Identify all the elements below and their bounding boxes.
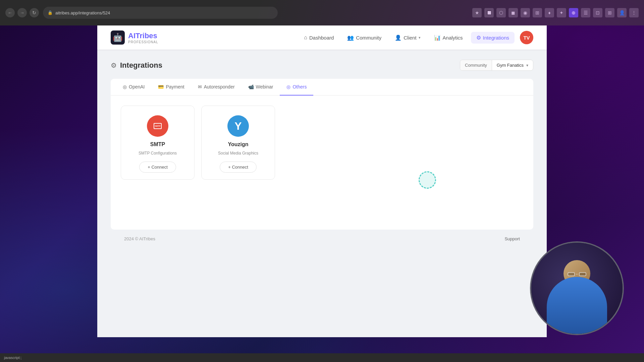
person-body bbox=[547, 277, 607, 334]
lock-icon: 🔒 bbox=[48, 10, 53, 15]
nav-label-client: Client bbox=[404, 35, 416, 41]
refresh-button[interactable]: ↻ bbox=[30, 8, 39, 17]
tab-label-others: Others bbox=[292, 84, 307, 89]
logo-suffix: Tribes bbox=[136, 32, 157, 40]
top-navigation: 🤖 AITribes PROFESSIONAL ⌂ Dashboard 👥 Co… bbox=[97, 25, 547, 50]
status-bar: javascript:; bbox=[0, 353, 644, 362]
back-button[interactable]: ← bbox=[5, 8, 15, 17]
footer: 2024 © AITribes Support bbox=[111, 230, 533, 248]
integration-card-smtp: SMTP SMTP Configurations + Connect bbox=[121, 106, 195, 180]
glasses bbox=[568, 272, 586, 276]
browser-chrome: ← → ↻ 🔒 aitribes.app/integrations/524 ★ … bbox=[0, 0, 644, 25]
logo-highlight: AI bbox=[128, 32, 136, 40]
browser-tool-1[interactable]: ★ bbox=[472, 8, 482, 17]
tabs-and-content: ◎ OpenAI 💳 Payment ✉ Autoresponder 📹 Web… bbox=[111, 79, 533, 230]
tabs-container: ◎ OpenAI 💳 Payment ✉ Autoresponder 📹 Web… bbox=[111, 79, 533, 96]
smtp-logo bbox=[147, 115, 168, 137]
tab-autoresponder[interactable]: ✉ Autoresponder bbox=[191, 79, 241, 96]
smtp-connect-button[interactable]: + Connect bbox=[139, 162, 176, 173]
nav-label-integrations: Integrations bbox=[483, 35, 509, 41]
browser-tool-active[interactable]: ⊕ bbox=[569, 8, 578, 17]
dashboard-icon: ⌂ bbox=[304, 35, 307, 41]
browser-tool-8[interactable]: ✦ bbox=[557, 8, 566, 17]
footer-copyright: 2024 © AITribes bbox=[124, 236, 155, 241]
tab-label-openai: OpenAI bbox=[129, 84, 145, 89]
community-chevron-icon: ▾ bbox=[526, 63, 528, 68]
smtp-connect-label: + Connect bbox=[148, 165, 168, 170]
browser-tool-5[interactable]: ◉ bbox=[521, 8, 530, 17]
glasses-right bbox=[579, 272, 586, 276]
nav-label-community: Community bbox=[356, 35, 381, 41]
autoresponder-tab-icon: ✉ bbox=[198, 84, 202, 89]
youzign-connect-button[interactable]: + Connect bbox=[220, 162, 257, 173]
browser-tool-11[interactable]: ⊞ bbox=[605, 8, 614, 17]
status-text: javascript:; bbox=[4, 356, 22, 360]
nav-item-dashboard[interactable]: ⌂ Dashboard bbox=[299, 32, 339, 43]
video-overlay-inner bbox=[531, 243, 623, 334]
integrations-icon: ⚙ bbox=[476, 35, 481, 41]
tab-openai[interactable]: ◎ OpenAI bbox=[116, 79, 151, 96]
page-title-icon: ⚙ bbox=[111, 61, 117, 69]
youzign-name: Youzign bbox=[228, 141, 248, 147]
browser-tool-9[interactable]: ☰ bbox=[581, 8, 590, 17]
logo-area[interactable]: 🤖 AITribes PROFESSIONAL bbox=[111, 31, 158, 45]
footer-support-link[interactable]: Support bbox=[504, 236, 520, 241]
smtp-box-icon bbox=[154, 123, 162, 129]
tab-label-autoresponder: Autoresponder bbox=[204, 84, 235, 89]
tab-label-webinar: Webinar bbox=[256, 84, 273, 89]
payment-tab-icon: 💳 bbox=[158, 84, 164, 89]
youzign-connect-label: + Connect bbox=[228, 165, 248, 170]
nav-label-dashboard: Dashboard bbox=[309, 35, 334, 41]
nav-items: ⌂ Dashboard 👥 Community 👤 Client ▾ 📊 Ana… bbox=[299, 31, 533, 44]
nav-item-community[interactable]: 👥 Community bbox=[342, 32, 387, 44]
others-tab-icon: ◎ bbox=[286, 84, 290, 89]
analytics-icon: 📊 bbox=[434, 35, 441, 41]
client-icon: 👤 bbox=[395, 35, 401, 41]
user-avatar[interactable]: TV bbox=[520, 31, 533, 44]
smtp-icon bbox=[154, 123, 162, 129]
nav-label-analytics: Analytics bbox=[443, 35, 463, 41]
smtp-name: SMTP bbox=[150, 141, 165, 147]
tab-webinar[interactable]: 📹 Webinar bbox=[241, 79, 280, 96]
browser-toolbar: ★ 🔲 ⬡ ◼ ◉ ⊞ ♦ ✦ ⊕ ☰ ⊡ ⊞ 👤 ⋮ bbox=[472, 8, 639, 17]
community-selector-label: Community bbox=[460, 60, 492, 70]
browser-tool-7[interactable]: ♦ bbox=[545, 8, 554, 17]
youzign-description: Social Media Graphics bbox=[218, 151, 258, 156]
logo-subtitle: PROFESSIONAL bbox=[128, 40, 158, 44]
nav-item-client[interactable]: 👤 Client ▾ bbox=[389, 32, 426, 44]
browser-tool-2[interactable]: 🔲 bbox=[484, 8, 494, 17]
logo-text: AITribes PROFESSIONAL bbox=[128, 32, 158, 44]
webinar-tab-icon: 📹 bbox=[248, 84, 254, 89]
community-selector-value[interactable]: Gym Fanatics ▾ bbox=[492, 60, 533, 70]
browser-nav-buttons: ← → ↻ bbox=[5, 8, 39, 17]
community-value-text: Gym Fanatics bbox=[497, 63, 524, 68]
page-header: ⚙ Integrations Community Gym Fanatics ▾ bbox=[111, 60, 533, 71]
client-chevron-icon: ▾ bbox=[419, 36, 421, 40]
nav-item-analytics[interactable]: 📊 Analytics bbox=[429, 32, 468, 44]
youzign-logo: Y bbox=[227, 115, 249, 137]
tab-payment[interactable]: 💳 Payment bbox=[151, 79, 191, 96]
integration-card-youzign: Y Youzign Social Media Graphics + Connec… bbox=[201, 106, 275, 180]
browser-tool-3[interactable]: ⬡ bbox=[496, 8, 506, 17]
page-content: ⚙ Integrations Community Gym Fanatics ▾ … bbox=[97, 50, 547, 258]
community-icon: 👥 bbox=[347, 35, 354, 41]
tab-others[interactable]: ◎ Others bbox=[280, 79, 313, 96]
page-title-area: ⚙ Integrations bbox=[111, 61, 162, 70]
tab-label-payment: Payment bbox=[166, 84, 184, 89]
nav-item-integrations[interactable]: ⚙ Integrations bbox=[471, 32, 515, 44]
address-bar[interactable]: 🔒 aitribes.app/integrations/524 bbox=[43, 7, 278, 19]
user-profile-icon[interactable]: 👤 bbox=[617, 8, 627, 17]
forward-button[interactable]: → bbox=[17, 8, 27, 17]
browser-tool-6[interactable]: ⊞ bbox=[533, 8, 542, 17]
smtp-description: SMTP Configurations bbox=[139, 151, 177, 156]
video-overlay bbox=[530, 241, 624, 335]
youzign-icon: Y bbox=[234, 120, 241, 132]
browser-tool-4[interactable]: ◼ bbox=[508, 8, 518, 17]
logo-icon: 🤖 bbox=[111, 31, 125, 45]
content-area: SMTP SMTP Configurations + Connect Y You… bbox=[111, 96, 533, 230]
url-text: aitribes.app/integrations/524 bbox=[55, 10, 110, 15]
browser-tool-10[interactable]: ⊡ bbox=[593, 8, 602, 17]
community-selector[interactable]: Community Gym Fanatics ▾ bbox=[460, 60, 533, 71]
browser-menu-icon[interactable]: ⋮ bbox=[629, 8, 639, 17]
glasses-left bbox=[568, 272, 575, 276]
